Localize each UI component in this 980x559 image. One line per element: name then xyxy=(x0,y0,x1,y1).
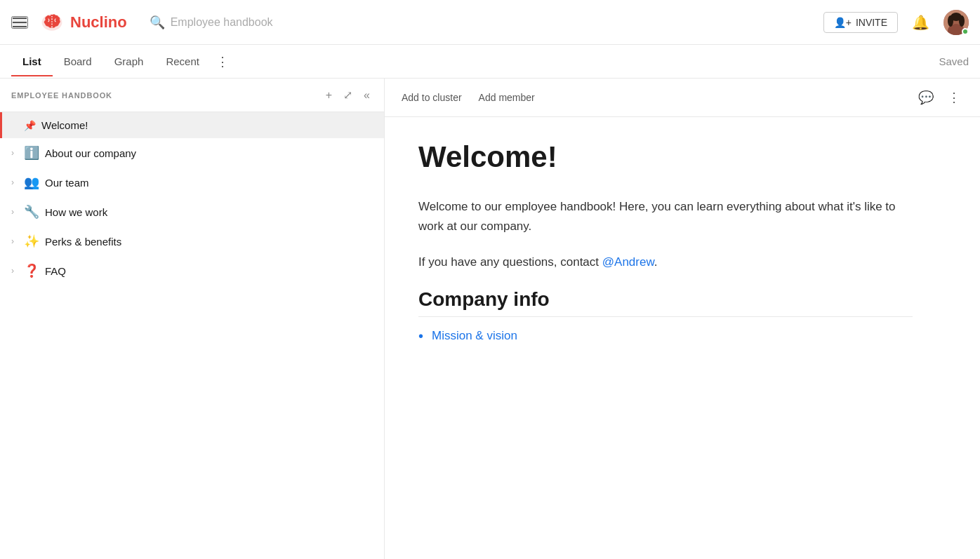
item-emoji: ✨ xyxy=(24,234,39,249)
item-emoji: 👥 xyxy=(24,175,39,190)
chevron-icon: › xyxy=(11,236,20,246)
tab-graph[interactable]: Graph xyxy=(103,47,155,76)
nav-right: 👤+ INVITE 🔔 xyxy=(823,10,969,35)
paragraph-2-prefix: If you have any questions, contact xyxy=(418,255,602,269)
expand-button[interactable]: ⤢ xyxy=(340,87,355,103)
chevron-icon: › xyxy=(11,177,20,187)
item-emoji: 🔧 xyxy=(24,204,39,220)
item-emoji: ℹ️ xyxy=(24,145,39,161)
chevron-icon: › xyxy=(11,266,20,276)
search-area: 🔍 Employee handbook xyxy=(150,15,501,30)
invite-label: INVITE xyxy=(856,17,887,28)
sidebar-item-faq[interactable]: › ❓ FAQ ☐ xyxy=(0,256,384,285)
sidebar-item-label: Our team xyxy=(45,177,364,189)
sidebar-header: EMPLOYEE HANDBOOK + ⤢ « xyxy=(0,79,384,112)
svg-point-6 xyxy=(959,15,965,27)
sidebar-list: 📌 Welcome! › ℹ️ About our company ☐ › 👥 … xyxy=(0,112,384,559)
hamburger-button[interactable] xyxy=(11,16,28,29)
item-emoji: ❓ xyxy=(24,263,39,278)
logo[interactable]: Nuclino xyxy=(39,10,127,35)
brain-logo-icon xyxy=(39,10,65,35)
main-layout: EMPLOYEE HANDBOOK + ⤢ « 📌 Welcome! › ℹ️ … xyxy=(0,79,980,559)
sidebar-item-label: Perks & benefits xyxy=(45,236,364,248)
sidebar-item-how-we-work[interactable]: › 🔧 How we work ☐ xyxy=(0,197,384,227)
chevron-icon: › xyxy=(11,207,20,217)
invite-button[interactable]: 👤+ INVITE xyxy=(823,12,898,33)
comments-button[interactable]: 💬 xyxy=(915,87,936,108)
add-item-button[interactable]: + xyxy=(323,88,335,103)
sidebar-item-perks[interactable]: › ✨ Perks & benefits ☐ xyxy=(0,227,384,256)
logo-text: Nuclino xyxy=(70,13,127,32)
company-info-heading: Company info xyxy=(418,288,913,317)
search-placeholder: Employee handbook xyxy=(171,16,273,29)
paragraph-2-suffix: . xyxy=(654,255,658,269)
svg-point-5 xyxy=(948,15,953,27)
mission-vision-link[interactable]: Mission & vision xyxy=(432,329,517,343)
search-icon: 🔍 xyxy=(150,15,165,30)
andrew-link[interactable]: @Andrew xyxy=(602,255,654,269)
content-toolbar-right: 💬 ⋮ xyxy=(915,87,963,108)
chevron-icon: › xyxy=(11,148,20,158)
sidebar-item-label: Welcome! xyxy=(41,119,373,131)
sidebar-item-label: How we work xyxy=(45,206,364,218)
sidebar-actions: + ⤢ « xyxy=(323,87,373,103)
tab-board[interactable]: Board xyxy=(53,47,103,76)
tabs-bar: List Board Graph Recent ⋮ Saved xyxy=(0,45,980,79)
notification-bell-icon[interactable]: 🔔 xyxy=(912,14,929,31)
paragraph-2: If you have any questions, contact @Andr… xyxy=(418,252,913,271)
sidebar-title: EMPLOYEE HANDBOOK xyxy=(11,91,112,100)
collapse-button[interactable]: « xyxy=(361,88,373,103)
tabs-more-button[interactable]: ⋮ xyxy=(211,46,234,78)
tab-list[interactable]: List xyxy=(11,47,53,76)
bullet-dot: • xyxy=(418,328,423,344)
pin-icon: 📌 xyxy=(24,120,36,131)
page-title: Welcome! xyxy=(418,140,913,175)
online-indicator xyxy=(962,28,969,35)
add-member-button[interactable]: Add member xyxy=(479,89,535,106)
more-options-button[interactable]: ⋮ xyxy=(945,87,963,108)
avatar-wrapper[interactable] xyxy=(943,10,969,35)
sidebar-item-label: About our company xyxy=(45,147,364,159)
sidebar-item-welcome[interactable]: 📌 Welcome! xyxy=(0,112,384,138)
add-person-icon: 👤+ xyxy=(834,17,852,28)
saved-label: Saved xyxy=(939,55,969,67)
top-nav: Nuclino 🔍 Employee handbook 👤+ INVITE 🔔 xyxy=(0,0,980,45)
sidebar-item-label: FAQ xyxy=(45,265,364,277)
content-area: Add to cluster Add member 💬 ⋮ Welcome! W… xyxy=(385,79,980,559)
content-body: Welcome! Welcome to our employee handboo… xyxy=(385,117,946,367)
sidebar: EMPLOYEE HANDBOOK + ⤢ « 📌 Welcome! › ℹ️ … xyxy=(0,79,385,559)
mission-vision-item[interactable]: • Mission & vision xyxy=(418,328,913,344)
sidebar-item-about[interactable]: › ℹ️ About our company ☐ xyxy=(0,138,384,168)
paragraph-1: Welcome to our employee handbook! Here, … xyxy=(418,197,913,235)
content-toolbar: Add to cluster Add member 💬 ⋮ xyxy=(385,79,980,117)
tab-recent[interactable]: Recent xyxy=(154,47,211,76)
add-to-cluster-button[interactable]: Add to cluster xyxy=(402,89,462,106)
sidebar-item-team[interactable]: › 👥 Our team ☐ xyxy=(0,168,384,197)
